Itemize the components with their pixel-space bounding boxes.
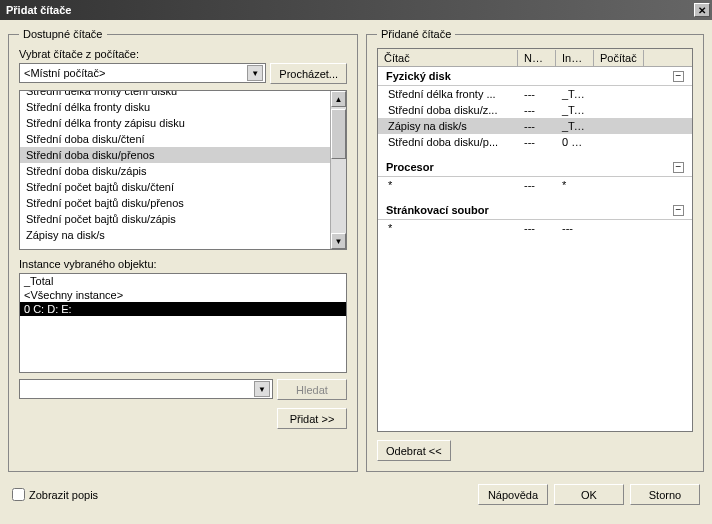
chevron-down-icon[interactable]: ▼ — [254, 381, 270, 397]
col-counter[interactable]: Čítač — [378, 50, 518, 66]
window-title: Přidat čítače — [6, 4, 71, 16]
counters-scrollbar[interactable]: ▲ ▼ — [330, 91, 346, 249]
col-instance[interactable]: Inst... — [556, 50, 594, 66]
tree-row[interactable]: Střední doba disku/p...---0 C:... — [378, 134, 692, 150]
counter-item[interactable]: Střední počet bajtů disku/zápis — [20, 211, 330, 227]
search-combo[interactable]: ▼ — [19, 379, 273, 399]
counter-item[interactable]: Střední délka fronty čtení disku — [20, 91, 330, 99]
instance-item[interactable]: _Total — [20, 274, 346, 288]
instance-label: Instance vybraného objektu: — [19, 258, 347, 270]
tree-row[interactable]: Střední doba disku/z...---_Total — [378, 102, 692, 118]
tree-header: Čítač Nad... Inst... Počítač — [378, 49, 692, 67]
search-button[interactable]: Hledat — [277, 379, 347, 400]
tree-group-header[interactable]: Procesor− — [378, 158, 692, 177]
collapse-icon[interactable]: − — [673, 205, 684, 216]
scroll-thumb[interactable] — [331, 109, 346, 159]
content-area: Dostupné čítače Vybrat čítače z počítače… — [0, 20, 712, 480]
instance-listbox[interactable]: _Total<Všechny instance>0 C: D: E: — [19, 273, 347, 373]
counter-item[interactable]: Střední délka fronty disku — [20, 99, 330, 115]
counter-item[interactable]: Střední počet bajtů disku/čtení — [20, 179, 330, 195]
collapse-icon[interactable]: − — [673, 162, 684, 173]
chevron-down-icon[interactable]: ▼ — [247, 65, 263, 81]
ok-button[interactable]: OK — [554, 484, 624, 505]
instance-item[interactable]: 0 C: D: E: — [20, 302, 346, 316]
show-description-checkbox[interactable]: Zobrazit popis — [12, 488, 98, 501]
added-legend: Přidané čítače — [377, 28, 455, 40]
instance-item[interactable]: <Všechny instance> — [20, 288, 346, 302]
counter-item[interactable]: Střední doba disku/čtení — [20, 131, 330, 147]
show-description-label: Zobrazit popis — [29, 489, 98, 501]
counter-item[interactable]: Zápisy na disk/s — [20, 227, 330, 243]
add-button[interactable]: Přidat >> — [277, 408, 347, 429]
tree-row[interactable]: *------ — [378, 220, 692, 236]
help-button[interactable]: Nápověda — [478, 484, 548, 505]
added-counters-group: Přidané čítače Čítač Nad... Inst... Počí… — [366, 28, 704, 472]
added-tree[interactable]: Čítač Nad... Inst... Počítač Fyzický dis… — [377, 48, 693, 432]
available-legend: Dostupné čítače — [19, 28, 107, 40]
available-counters-group: Dostupné čítače Vybrat čítače z počítače… — [8, 28, 358, 472]
browse-button[interactable]: Procházet... — [270, 63, 347, 84]
show-description-input[interactable] — [12, 488, 25, 501]
scroll-up-icon[interactable]: ▲ — [331, 91, 346, 107]
select-computer-label: Vybrat čítače z počítače: — [19, 48, 347, 60]
counter-item[interactable]: Střední délka fronty zápisu disku — [20, 115, 330, 131]
col-computer[interactable]: Počítač — [594, 50, 644, 66]
counter-item[interactable]: Střední doba disku/zápis — [20, 163, 330, 179]
counters-listbox[interactable]: Střední délka fronty čtení diskuStřední … — [19, 90, 347, 250]
tree-row[interactable]: *---* — [378, 177, 692, 193]
counter-item[interactable]: Střední doba disku/přenos — [20, 147, 330, 163]
close-icon[interactable]: ✕ — [694, 3, 710, 17]
tree-row[interactable]: Zápisy na disk/s---_Total — [378, 118, 692, 134]
cancel-button[interactable]: Storno — [630, 484, 700, 505]
col-parent[interactable]: Nad... — [518, 50, 556, 66]
tree-row[interactable]: Střední délka fronty ...---_Total — [378, 86, 692, 102]
tree-group-header[interactable]: Fyzický disk− — [378, 67, 692, 86]
collapse-icon[interactable]: − — [673, 71, 684, 82]
counter-item[interactable]: Střední počet bajtů disku/přenos — [20, 195, 330, 211]
footer: Zobrazit popis Nápověda OK Storno — [0, 480, 712, 513]
remove-button[interactable]: Odebrat << — [377, 440, 451, 461]
computer-combo[interactable]: <Místní počítač> ▼ — [19, 63, 266, 83]
tree-group-header[interactable]: Stránkovací soubor− — [378, 201, 692, 220]
computer-combo-value: <Místní počítač> — [24, 67, 105, 79]
titlebar: Přidat čítače ✕ — [0, 0, 712, 20]
scroll-down-icon[interactable]: ▼ — [331, 233, 346, 249]
